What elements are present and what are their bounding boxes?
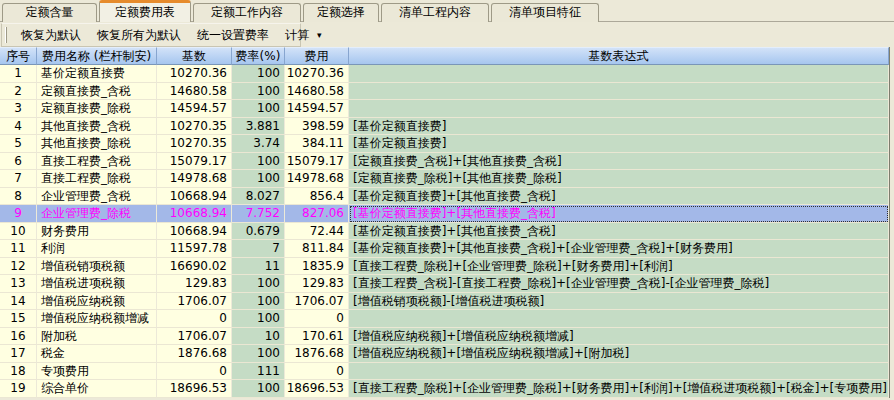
cell-seq[interactable]: 1 [0,65,37,83]
cell-fee[interactable]: 827.06 [285,205,349,223]
cell-rate[interactable]: 100 [232,275,285,293]
cell-fee[interactable]: 811.84 [285,240,349,258]
cell-base[interactable]: 129.83 [157,275,232,293]
cell-base[interactable]: 14680.58 [157,83,232,101]
cell-base[interactable]: 15079.17 [157,153,232,171]
cell-base[interactable]: 1706.07 [157,328,232,346]
cell-fee[interactable]: 398.59 [285,118,349,136]
cell-expression[interactable]: [增值税应纳税额]+[增值税应纳税额增减] [349,328,889,346]
cell-base[interactable]: 10270.36 [157,65,232,83]
cell-fee[interactable]: 14978.68 [285,170,349,188]
cell-seq[interactable]: 3 [0,100,37,118]
cell-expression[interactable]: [增值税销项税额]-[增值税进项税额] [349,293,889,311]
cell-rate[interactable]: 3.74 [232,135,285,153]
cell-base[interactable]: 18696.53 [157,380,232,398]
table-row[interactable]: 16附加税1706.0710170.61[增值税应纳税额]+[增值税应纳税额增减… [0,328,889,346]
cell-expression[interactable] [349,310,889,328]
table-row[interactable]: 4其他直接费_含税10270.353.881398.59[基价定额直接费] [0,118,889,136]
cell-seq[interactable]: 18 [0,363,37,381]
table-row[interactable]: 19综合单价18696.5310018696.53[直接工程费_除税]+[企业管… [0,380,889,398]
table-row[interactable]: 3定额直接费_除税14594.5710014594.57 [0,100,889,118]
table-row[interactable]: 1基价定额直接费10270.3610010270.36 [0,65,889,83]
tab-quota-select[interactable]: 定额选择 [303,3,379,22]
cell-fee[interactable]: 10270.36 [285,65,349,83]
cell-rate[interactable]: 11 [232,258,285,276]
cell-seq[interactable]: 7 [0,170,37,188]
cell-seq[interactable]: 15 [0,310,37,328]
cell-base[interactable]: 10270.35 [157,135,232,153]
cell-rate[interactable]: 100 [232,100,285,118]
cell-fee[interactable]: 1706.07 [285,293,349,311]
table-row[interactable]: 17税金1876.681001876.68[增值税应纳税额]+[增值税应纳税额增… [0,345,889,363]
table-row[interactable]: 5其他直接费_除税10270.353.74384.11[基价定额直接费] [0,135,889,153]
cell-base[interactable]: 10668.94 [157,205,232,223]
column-header-base[interactable]: 基数 [157,47,232,65]
tab-list-item-feature[interactable]: 清单项目特征 [491,3,599,22]
cell-fee[interactable]: 0 [285,363,349,381]
table-row[interactable]: 8企业管理费_含税10668.948.027856.4[基价定额直接费]+[其他… [0,188,889,206]
column-header-fee[interactable]: 费用 [285,47,349,65]
cell-base[interactable]: 14594.57 [157,100,232,118]
cell-name[interactable]: 财务费用 [37,223,157,241]
cell-seq[interactable]: 11 [0,240,37,258]
cell-expression[interactable]: [基价定额直接费]+[其他直接费_含税] [349,188,889,206]
cell-expression[interactable]: [增值税应纳税额]+[增值税应纳税额增减]+[附加税] [349,345,889,363]
cell-base[interactable]: 1706.07 [157,293,232,311]
cell-base[interactable]: 0 [157,310,232,328]
restore-all-default-button[interactable]: 恢复所有为默认 [89,25,189,45]
cell-base[interactable]: 0 [157,363,232,381]
cell-base[interactable]: 10270.35 [157,118,232,136]
cell-fee[interactable]: 14680.58 [285,83,349,101]
cell-rate[interactable]: 7 [232,240,285,258]
cell-fee[interactable]: 170.61 [285,328,349,346]
cell-rate[interactable]: 0.679 [232,223,285,241]
restore-default-button[interactable]: 恢复为默认 [13,25,89,45]
cell-name[interactable]: 其他直接费_含税 [37,118,157,136]
cell-seq[interactable]: 9 [0,205,37,223]
cell-base[interactable]: 11597.78 [157,240,232,258]
table-row[interactable]: 14增值税应纳税额1706.071001706.07[增值税销项税额]-[增值税… [0,293,889,311]
cell-seq[interactable]: 2 [0,83,37,101]
tab-quota-fee-table[interactable]: 定额费用表 [99,0,191,22]
table-row[interactable]: 12增值税销项税额16690.02111835.9[直接工程费_除税]+[企业管… [0,258,889,276]
column-header-seq[interactable]: 序号 [0,47,37,65]
table-row[interactable]: 11利润11597.787811.84[基价定额直接费]+[其他直接费_含税]+… [0,240,889,258]
cell-name[interactable]: 利润 [37,240,157,258]
cell-seq[interactable]: 5 [0,135,37,153]
column-header-name[interactable]: 费用名称 (栏杆制安) [37,47,157,65]
cell-rate[interactable]: 111 [232,363,285,381]
cell-seq[interactable]: 10 [0,223,37,241]
cell-seq[interactable]: 6 [0,153,37,171]
table-row[interactable]: 6直接工程费_含税15079.1710015079.17[定额直接费_含税]+[… [0,153,889,171]
table-row[interactable]: 13增值税进项税额129.83100129.83[直接工程费_含税]-[直接工程… [0,275,889,293]
cell-seq[interactable]: 14 [0,293,37,311]
cell-seq[interactable]: 13 [0,275,37,293]
table-row[interactable]: 18专项费用01110 [0,363,889,381]
cell-rate[interactable]: 100 [232,380,285,398]
cell-rate[interactable]: 100 [232,153,285,171]
cell-expression[interactable]: [定额直接费_含税]+[其他直接费_含税] [349,153,889,171]
cell-seq[interactable]: 12 [0,258,37,276]
cell-expression[interactable]: [基价定额直接费]+[其他直接费_含税] [349,205,889,223]
cell-expression[interactable]: [基价定额直接费]+[其他直接费_含税]+[企业管理费_含税]+[财务费用] [349,240,889,258]
cell-rate[interactable]: 100 [232,293,285,311]
cell-name[interactable]: 增值税进项税额 [37,275,157,293]
cell-expression[interactable]: [基价定额直接费] [349,135,889,153]
cell-name[interactable]: 企业管理费_除税 [37,205,157,223]
cell-base[interactable]: 14978.68 [157,170,232,188]
cell-fee[interactable]: 1835.9 [285,258,349,276]
cell-expression[interactable]: [直接工程费_除税]+[企业管理费_除税]+[财务费用]+[利润]+[增值税进项… [349,380,889,398]
cell-fee[interactable]: 72.44 [285,223,349,241]
cell-expression[interactable]: [直接工程费_含税]-[直接工程费_除税]+[企业管理费_含税]-[企业管理费_… [349,275,889,293]
cell-expression[interactable]: [基价定额直接费]+[其他直接费_含税] [349,223,889,241]
cell-expression[interactable] [349,65,889,83]
cell-seq[interactable]: 17 [0,345,37,363]
cell-rate[interactable]: 100 [232,345,285,363]
cell-name[interactable]: 专项费用 [37,363,157,381]
cell-rate[interactable]: 100 [232,65,285,83]
cell-base[interactable]: 10668.94 [157,188,232,206]
cell-expression[interactable] [349,100,889,118]
cell-base[interactable]: 10668.94 [157,223,232,241]
tab-quota-work-content[interactable]: 定额工作内容 [193,3,301,22]
cell-fee[interactable]: 14594.57 [285,100,349,118]
